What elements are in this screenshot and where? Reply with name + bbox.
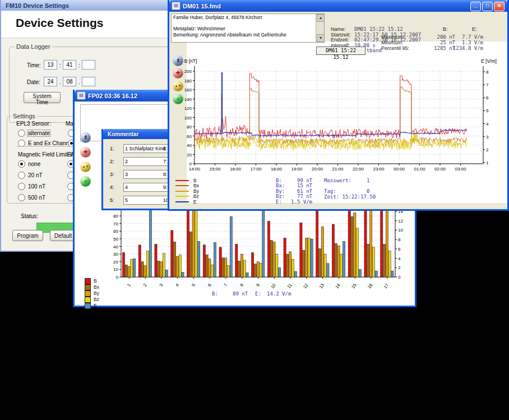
svg-text:20:00: 20:00	[312, 167, 323, 172]
svg-text:20: 20	[187, 153, 192, 158]
tag-value: 0	[367, 188, 369, 194]
svg-text:50: 50	[113, 237, 118, 242]
system-time-button[interactable]: System Time	[24, 92, 61, 103]
svg-text:14: 14	[334, 283, 341, 290]
svg-text:16:00: 16:00	[230, 167, 242, 172]
kommentar-row-label-5: 5:	[110, 197, 114, 203]
radio-label: none	[28, 161, 40, 167]
svg-text:9: 9	[255, 283, 261, 288]
svg-text:8: 8	[239, 283, 244, 288]
magnetic-field-limit-value-radio-none-0[interactable]: none	[18, 160, 40, 168]
legend-label-e: E	[193, 199, 197, 205]
date-separator: .	[59, 79, 61, 85]
kommentar-row-label-8: 8:	[163, 172, 168, 177]
svg-text:100: 100	[184, 116, 192, 121]
svg-text:E [V/m]: E [V/m]	[481, 58, 497, 64]
magnetic-field-limit-value-radio-500-nt-3[interactable]: 500 nT	[18, 194, 45, 201]
date-year-field[interactable]	[82, 77, 95, 86]
status-label: Status:	[21, 213, 38, 219]
kommentar-row-label-3: 3:	[110, 172, 114, 177]
svg-text:10: 10	[270, 283, 277, 290]
svg-text:0: 0	[116, 275, 119, 280]
svg-text:10: 10	[113, 267, 118, 272]
svg-text:8: 8	[398, 237, 401, 242]
svg-text:17:00: 17:00	[250, 167, 262, 172]
bar-legend-label-e: E	[94, 303, 97, 308]
time-separator-2: :	[78, 62, 80, 68]
svg-text:16: 16	[367, 283, 374, 290]
kommentar-title: Kommentar	[108, 131, 139, 137]
date-day-field[interactable]	[44, 77, 57, 86]
svg-text:5: 5	[191, 283, 196, 288]
radio-circle[interactable]	[18, 194, 25, 201]
kommentar-row-label-6: 6:	[163, 146, 168, 151]
desktop: FM10 Device Settings Device Settings Dat…	[0, 0, 509, 420]
legend-line-e	[175, 201, 189, 202]
messwert-value: 1	[367, 178, 369, 183]
radio-label: alternate	[28, 130, 50, 136]
svg-text:180: 180	[184, 79, 192, 84]
radio-circle[interactable]	[18, 160, 25, 168]
svg-text:13: 13	[318, 283, 326, 290]
default-button[interactable]: Default	[50, 230, 76, 241]
svg-text:40: 40	[113, 244, 118, 250]
svg-text:22:00: 22:00	[353, 167, 364, 172]
svg-text:10: 10	[398, 228, 403, 233]
svg-text:19:00: 19:00	[291, 167, 303, 172]
messwert-label: Messwert:	[324, 178, 351, 183]
svg-text:2: 2	[142, 283, 148, 288]
time-hour-field[interactable]	[44, 60, 57, 70]
radio-circle[interactable]	[18, 130, 25, 137]
svg-text:8: 8	[486, 70, 489, 75]
svg-text:17: 17	[383, 283, 390, 290]
radio-circle[interactable]	[18, 183, 25, 190]
time-minute-field[interactable]	[63, 60, 76, 70]
svg-text:80: 80	[187, 124, 192, 130]
svg-text:4: 4	[398, 256, 401, 261]
legend-line-bz	[175, 196, 189, 197]
bar-legend-swatch-bx	[85, 284, 91, 290]
svg-text:4: 4	[486, 122, 489, 127]
kommentar-row-label-7: 7:	[163, 159, 168, 164]
svg-text:18:00: 18:00	[271, 167, 283, 172]
svg-text:160: 160	[184, 87, 192, 93]
readout-value-e: 1.5 V/m	[284, 199, 312, 205]
data-logger-group-label: Data Logger	[15, 43, 52, 50]
kommentar-row-label-1: 1:	[110, 146, 114, 151]
radio-label: E and Ex Channel	[28, 140, 73, 146]
epl3-sensor-radio-alternate-0[interactable]: alternate	[18, 130, 50, 137]
radio-circle[interactable]	[18, 172, 25, 179]
svg-text:01:00: 01:00	[414, 167, 425, 172]
bar-readout-e-label: E:	[255, 291, 261, 297]
svg-text:200: 200	[184, 69, 192, 74]
svg-text:6: 6	[398, 247, 401, 252]
svg-text:6: 6	[486, 95, 489, 100]
svg-text:15: 15	[350, 283, 358, 290]
time-second-field[interactable]	[82, 60, 95, 70]
kommentar-row-label-4: 4:	[110, 184, 114, 190]
bar-legend-swatch-bz	[85, 297, 91, 303]
svg-text:70: 70	[113, 221, 118, 227]
svg-text:00:00: 00:00	[394, 167, 405, 172]
window-dm01[interactable]: ▤ DM01 15.fmd _ □ ✕ Familie Huber, Dorfp…	[168, 0, 509, 211]
date-label: Date:	[27, 79, 40, 85]
svg-text:5: 5	[486, 108, 489, 113]
date-separator-2: .	[78, 79, 80, 85]
svg-text:120: 120	[184, 106, 192, 111]
svg-text:2: 2	[398, 265, 401, 270]
svg-text:21:00: 21:00	[332, 167, 344, 172]
legend-line-by	[175, 191, 189, 192]
svg-text:3: 3	[159, 283, 164, 288]
svg-text:60: 60	[113, 229, 118, 234]
svg-text:80: 80	[113, 214, 118, 219]
legend-line-bx	[175, 185, 189, 186]
readout-label-e: E:	[276, 199, 282, 205]
bar-readout-b-label: B:	[212, 291, 218, 297]
epl3-sensor-label: EPL3 Sensor:	[16, 121, 51, 127]
program-button[interactable]: Program	[12, 230, 43, 241]
svg-text:140: 140	[184, 97, 192, 102]
date-month-field[interactable]	[63, 77, 76, 86]
bar-legend-label-by: By	[94, 290, 99, 296]
magnetic-field-limit-value-radio-100-nt-2[interactable]: 100 nT	[18, 183, 45, 190]
magnetic-field-limit-value-radio-20-nt-1[interactable]: 20 nT	[18, 172, 43, 179]
